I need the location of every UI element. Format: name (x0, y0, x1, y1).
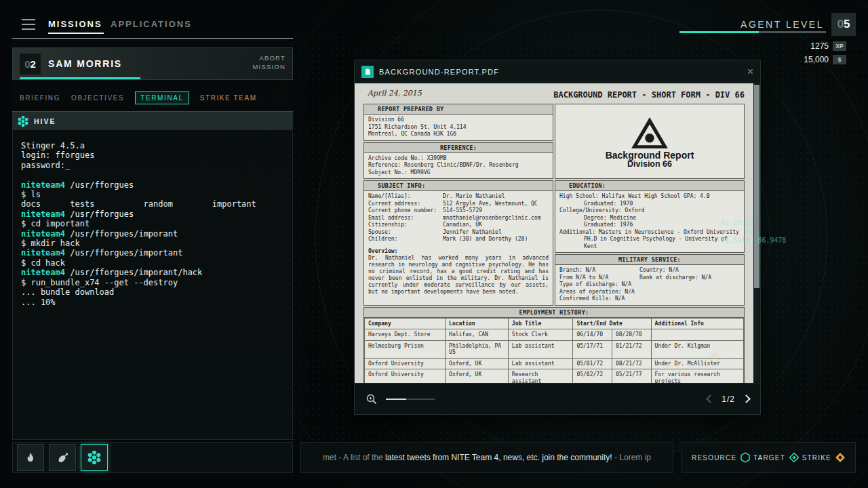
close-icon[interactable]: × (747, 66, 753, 77)
app-window: 02 26:32 ky21.5916 -86.9478 MISSIONS APP… (0, 0, 868, 488)
zoom-slider[interactable] (386, 399, 435, 400)
terminal-line: niteteam4 /usr/fforgues/important (21, 248, 284, 258)
education-box: EDUCATION: High School: Halifax West Hig… (555, 180, 745, 253)
mission-number-prefix: 0 (24, 58, 30, 70)
terminal-line: $ ls (21, 190, 284, 199)
xp-readout: 1275 XP (810, 41, 846, 51)
document-title: BACKGROUND REPORT - SHORT FORM - DIV 66 (553, 92, 745, 98)
employment-cell: Research assistant (508, 369, 573, 384)
document-middle-grid: SUBJECT INFO: Name/[Alias]:Dr. Mario Nat… (363, 180, 745, 306)
hive-app-button[interactable] (81, 444, 108, 471)
pdf-document-page: April 24, 2015 BACKGROUND REPORT - SHORT… (355, 83, 753, 383)
mission-number-badge: 02 (19, 53, 41, 75)
col-location: Location (446, 318, 509, 329)
terminal-line: niteteam4 /usr/fforgues/imporant (21, 229, 284, 239)
terminal-line: $ run_bundle_x74 --get --destroy (21, 278, 284, 287)
tab-strike-team[interactable]: STRIKE TEAM (200, 94, 257, 102)
tab-terminal[interactable]: TERMINAL (135, 92, 189, 104)
page-next-icon[interactable] (742, 394, 751, 403)
tab-applications[interactable]: APPLICATIONS (111, 19, 192, 29)
flame-icon (24, 451, 37, 464)
employment-cell: 01/21/72 (612, 340, 651, 358)
employment-cell: Under Dr. McAllister (651, 358, 743, 369)
subject-info-rows: Name/[Alias]:Dr. Mario NathanielCurrent … (368, 193, 549, 243)
military-service-body: Branch: N/ACountry: N/AFrom N/A to N/ARa… (555, 265, 744, 305)
terminal-line: docs tests random important (21, 199, 284, 209)
report-prepared-by-header: REPORT PREPARED BY (364, 104, 553, 115)
overview-text: Dr. Nathaniel has worked many years in a… (368, 255, 549, 296)
xp-progress-fill (679, 31, 759, 33)
employment-history-box: EMPLOYMENT HISTORY: Company Location Job… (363, 307, 745, 384)
flame-app-button[interactable] (17, 444, 44, 471)
target-label: TARGET (753, 454, 785, 462)
terminal-path: /usr/fforgues/imporant/hack (65, 268, 202, 277)
education-line: Graduated: 1976 (559, 222, 740, 229)
resource-hexagon-icon (740, 452, 751, 463)
col-start-end-date: Start/End Date (573, 318, 651, 329)
agent-level-prefix: 0 (837, 18, 844, 31)
tab-briefing[interactable]: BRIEFING (20, 94, 60, 102)
employment-cell (651, 329, 743, 341)
employment-cell: 05/01/72 (573, 358, 612, 369)
terminal-path: /usr/fforgues/imporant (65, 229, 178, 239)
subject-info-row: Current phone number:514-555-5729 (368, 207, 549, 215)
hive-icon (18, 116, 28, 127)
subject-info-row: Spouse:Jennifer Nathaniel (368, 229, 549, 237)
employment-row: Oxford UniversityOxford, UKResearch assi… (365, 369, 744, 384)
agent-level-digit: 5 (844, 18, 850, 31)
field-value: Jennifer Nathaniel (443, 229, 549, 237)
education-line: PH.D in Cognitive Psychology - Universit… (559, 236, 740, 250)
page-navigation: 1/2 (707, 394, 749, 404)
employment-cell: Lab assistant (508, 340, 573, 358)
reference-header: REFERENCE: (364, 143, 553, 153)
field-label: Email address: (368, 215, 443, 222)
employment-cell: Lab assistant (508, 358, 573, 369)
col-job-title: Job Title (508, 318, 573, 329)
employment-cell: 05/21/77 (612, 369, 651, 384)
terminal-line: login: fforgues (21, 150, 284, 160)
col-additional-info: Additional Info (651, 318, 743, 329)
menu-icon[interactable] (22, 19, 35, 30)
subject-info-row: Name/[Alias]:Dr. Mario Nathaniel (368, 193, 549, 201)
page-prev-icon[interactable] (706, 394, 715, 403)
pdf-viewer-window: BACKGROUND-REPORT.PDF × April 24, 2015 B… (354, 60, 761, 415)
document-logo-subtitle: Division 66 (627, 161, 672, 167)
xp-value: 1275 (810, 41, 829, 51)
abort-mission-button[interactable]: ABORT MISSION (252, 54, 285, 71)
terminal-user: niteteam4 (21, 268, 65, 277)
subject-info-row: Email address:mnathaniel@rosenbergclinic… (368, 215, 549, 222)
hud-readout-line: 02 26:32 (721, 218, 786, 227)
satellite-app-button[interactable] (49, 444, 76, 471)
field-value: Mark (30) and Dorothy (28) (443, 236, 549, 243)
tab-missions[interactable]: MISSIONS (48, 19, 102, 29)
mission-title: SAM MORRIS (48, 58, 122, 69)
terminal-line: niteteam4 /usr/fforgues (21, 180, 284, 190)
ticker-segment: latest tweets from NITE Team 4, news, et… (385, 453, 612, 462)
app-dock (12, 442, 293, 473)
mission-active-underline (20, 77, 140, 79)
reference-body: Archive code No.: X399M8Reference: Rosen… (364, 153, 553, 179)
cash-readout: 15,000 $ (804, 55, 846, 64)
target-legend: TARGET (753, 452, 800, 463)
employment-cell: Oxford, UK (446, 369, 509, 384)
prepared-by-line: 1751 Richardson St. Unit 4.114 (368, 124, 549, 131)
tab-objectives[interactable]: OBJECTIVES (71, 94, 124, 102)
employment-cell: Under Dr. Kilgman (651, 340, 743, 358)
terminal-user: niteteam4 (21, 229, 65, 239)
hive-icon (87, 451, 101, 464)
terminal-line: ... bundle download (21, 287, 284, 297)
employment-history-header: EMPLOYMENT HISTORY: (364, 308, 744, 318)
field-value: Canadian, UK (443, 222, 549, 229)
employment-row: Harveys Dept. StoreHalifax, CANStock Cle… (365, 329, 744, 341)
document-date: April 24, 2015 (368, 90, 422, 97)
employment-table: Company Location Job Title Start/End Dat… (364, 318, 744, 384)
military-service-row: Branch: N/ACountry: N/A (559, 267, 740, 274)
division-logo-box: Background Report Division 66 (555, 104, 745, 179)
terminal-output[interactable]: Stinger 4.5.alogin: fforguespassword:_ n… (12, 130, 293, 440)
strike-legend: STRIKE (802, 452, 846, 463)
document-scrollbar-thumb[interactable] (754, 85, 760, 288)
zoom-icon[interactable] (366, 393, 378, 405)
report-prepared-by-body: Division 661751 Richardson St. Unit 4.11… (364, 115, 553, 140)
cash-unit-badge: $ (833, 55, 846, 64)
education-line: Degree: Medicine (559, 215, 740, 222)
